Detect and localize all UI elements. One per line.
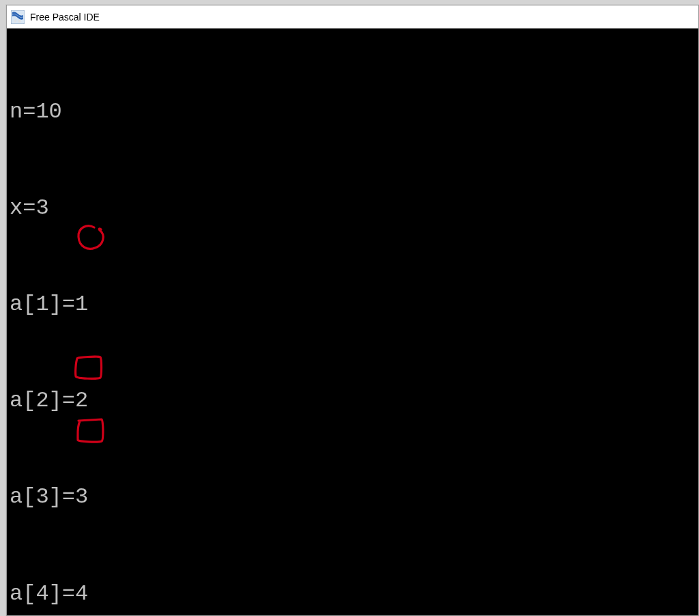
console-output: n=10 x=3 a[1]=1 a[2]=2 a[3]=3 a[4]=4 a[5… [7,29,698,615]
console-line: a[4]=4 [10,578,696,610]
console-line: a[3]=3 [10,481,696,513]
console-line: x=3 [10,192,696,224]
free-pascal-icon [11,10,25,24]
application-window: Free Pascal IDE n=10 x=3 a[1]=1 a[2]=2 a… [6,5,699,616]
console-line: a[1]=1 [10,288,696,320]
console-line: n=10 [10,96,696,128]
window-title: Free Pascal IDE [30,12,100,23]
console-line: a[2]=2 [10,384,696,417]
titlebar[interactable]: Free Pascal IDE [7,5,698,29]
